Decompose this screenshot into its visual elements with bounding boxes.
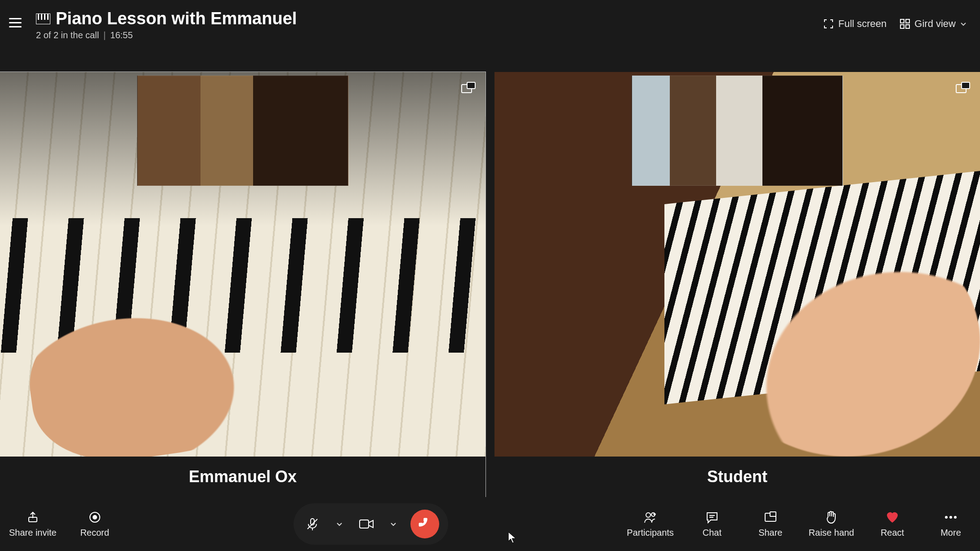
call-title: Piano Lesson with Emmanuel xyxy=(56,9,297,28)
react-button[interactable]: React xyxy=(872,511,913,538)
video-grid: Emmanuel Ox Student xyxy=(0,72,980,497)
toolbar-label: Record xyxy=(80,528,109,538)
call-duration: 16:55 xyxy=(110,30,133,40)
pip-camera[interactable] xyxy=(137,76,348,186)
svg-rect-7 xyxy=(900,25,904,28)
people-icon xyxy=(644,511,657,524)
share-up-icon xyxy=(26,511,40,524)
video-tile-emmanuel[interactable]: Emmanuel Ox xyxy=(0,72,486,497)
view-label: Gird view xyxy=(914,18,956,30)
svg-rect-18 xyxy=(360,520,369,528)
participant-count: 2 of 2 in the call xyxy=(36,30,99,40)
video-icon xyxy=(359,518,374,530)
toolbar-right: Participants Chat Share Raise hand React xyxy=(627,511,971,538)
chat-button[interactable]: Chat xyxy=(692,511,732,538)
video-main xyxy=(494,72,980,457)
toolbar-label: Share xyxy=(758,528,782,538)
mic-toggle-button[interactable] xyxy=(303,514,322,534)
toolbar-label: Participants xyxy=(627,528,674,538)
more-icon xyxy=(944,511,958,524)
call-toolbar: Share invite Record xyxy=(0,497,980,551)
center-controls xyxy=(294,503,448,545)
fullscreen-icon xyxy=(823,18,834,29)
hangup-icon xyxy=(417,516,433,532)
mic-options-button[interactable] xyxy=(333,514,346,534)
raise-hand-button[interactable]: Raise hand xyxy=(809,511,854,538)
video-main xyxy=(0,72,486,457)
svg-rect-10 xyxy=(467,82,475,89)
more-button[interactable]: More xyxy=(931,511,971,538)
svg-rect-8 xyxy=(906,25,909,28)
view-switch-button[interactable]: Gird view xyxy=(900,18,967,30)
toolbar-label: React xyxy=(881,528,904,538)
menu-button[interactable] xyxy=(9,13,27,31)
toolbar-left: Share invite Record xyxy=(9,511,115,538)
piano-icon xyxy=(36,13,50,24)
pip-camera[interactable] xyxy=(632,76,843,186)
svg-point-25 xyxy=(945,516,948,519)
participant-name: Student xyxy=(494,457,980,497)
svg-rect-12 xyxy=(962,82,970,89)
svg-rect-24 xyxy=(770,512,776,516)
chat-icon xyxy=(705,511,719,524)
mic-off-icon xyxy=(305,517,320,531)
camera-toggle-button[interactable] xyxy=(356,514,376,534)
fullscreen-button[interactable]: Full screen xyxy=(823,18,887,30)
svg-rect-4 xyxy=(47,13,49,20)
toolbar-label: Raise hand xyxy=(809,528,854,538)
participants-button[interactable]: Participants xyxy=(627,511,674,538)
chevron-down-icon xyxy=(336,520,343,528)
toolbar-label: Share invite xyxy=(9,528,57,538)
record-icon xyxy=(88,511,102,524)
svg-rect-1 xyxy=(38,13,39,20)
svg-point-26 xyxy=(949,516,952,519)
svg-point-15 xyxy=(93,515,97,520)
popout-button[interactable] xyxy=(955,81,971,97)
video-placeholder-arm xyxy=(713,226,980,457)
video-tile-student[interactable]: Student xyxy=(494,72,980,497)
svg-rect-5 xyxy=(900,19,904,23)
share-invite-button[interactable]: Share invite xyxy=(9,511,57,538)
svg-line-17 xyxy=(307,519,317,529)
chevron-down-icon xyxy=(960,21,967,27)
screen-share-icon xyxy=(764,511,777,524)
camera-options-button[interactable] xyxy=(387,514,400,534)
hangup-button[interactable] xyxy=(410,510,439,538)
svg-point-19 xyxy=(646,513,650,517)
share-button[interactable]: Share xyxy=(750,511,791,538)
record-button[interactable]: Record xyxy=(75,511,115,538)
grid-icon xyxy=(900,19,910,29)
heart-icon xyxy=(886,511,899,524)
title-block: Piano Lesson with Emmanuel 2 of 2 in the… xyxy=(36,9,297,40)
toolbar-label: More xyxy=(940,528,961,538)
separator: | xyxy=(103,30,106,40)
popout-button[interactable] xyxy=(460,81,477,97)
header: Piano Lesson with Emmanuel 2 of 2 in the… xyxy=(0,0,980,49)
fullscreen-label: Full screen xyxy=(838,18,887,30)
svg-rect-2 xyxy=(41,13,42,20)
svg-rect-3 xyxy=(44,13,45,20)
chevron-down-icon xyxy=(390,520,397,528)
svg-point-27 xyxy=(954,516,957,519)
raise-hand-icon xyxy=(824,511,838,524)
toolbar-label: Chat xyxy=(703,528,722,538)
participant-name: Emmanuel Ox xyxy=(0,457,486,497)
svg-rect-6 xyxy=(906,19,909,23)
